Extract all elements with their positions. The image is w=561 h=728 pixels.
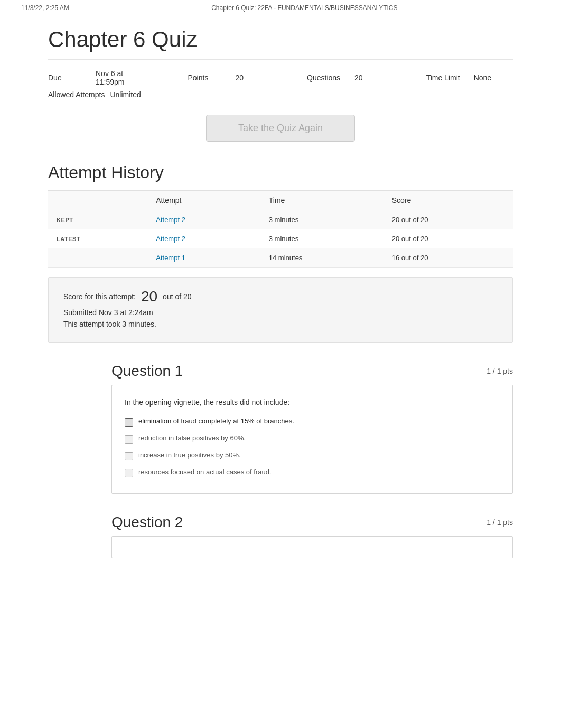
- question-block-2: Question 2 1 / 1 pts: [111, 509, 513, 558]
- question-pts: 1 / 1 pts: [487, 518, 513, 527]
- questions-label: Questions: [307, 73, 349, 82]
- col-header-score: Score: [384, 190, 513, 210]
- answer-checkbox: [125, 418, 133, 427]
- answer-option: reduction in false positives by 60%.: [125, 434, 500, 444]
- question-pts: 1 / 1 pts: [487, 367, 513, 375]
- score-out-of: out of 20: [163, 292, 192, 301]
- col-header-attempt: Attempt: [147, 190, 260, 210]
- time-limit-label: Time Limit: [426, 73, 469, 82]
- take-quiz-section: Take the Quiz Again: [48, 99, 513, 152]
- answer-checkbox: [125, 435, 133, 444]
- question-header: Question 1 1 / 1 pts: [111, 357, 513, 385]
- col-header-time: Time: [260, 190, 384, 210]
- row-time: 3 minutes: [260, 229, 384, 248]
- answer-text: resources focused on actual cases of fra…: [138, 468, 271, 476]
- quiz-title: Chapter 6 Quiz: [48, 27, 513, 52]
- take-quiz-button[interactable]: Take the Quiz Again: [206, 115, 355, 142]
- table-row: LATEST Attempt 2 3 minutes 20 out of 20: [48, 229, 513, 248]
- question-text: In the opening vignette, the results did…: [125, 398, 500, 407]
- row-score: 20 out of 20: [384, 229, 513, 248]
- row-score: 20 out of 20: [384, 210, 513, 229]
- timestamp: 11/3/22, 2:25 AM: [21, 4, 69, 12]
- questions-value: 20: [354, 73, 363, 82]
- row-label: LATEST: [48, 229, 147, 248]
- submitted-text: Submitted Nov 3 at 2:24am: [63, 308, 153, 317]
- answer-text: reduction in false positives by 60%.: [138, 434, 246, 442]
- row-score: 16 out of 20: [384, 248, 513, 268]
- row-attempt[interactable]: Attempt 1: [147, 248, 260, 268]
- question-body: In the opening vignette, the results did…: [111, 385, 513, 494]
- due-value: Nov 6 at 11:59pm: [96, 69, 124, 86]
- score-big: 20: [141, 288, 157, 305]
- time-limit-value: None: [474, 73, 491, 82]
- quiz-meta: Due Nov 6 at 11:59pm Points 20 Questions…: [48, 69, 513, 99]
- answer-checkbox: [125, 452, 133, 460]
- points-value: 20: [235, 73, 244, 82]
- question-number: Question 2: [111, 514, 183, 531]
- answer-option: increase in true positives by 50%.: [125, 451, 500, 460]
- row-attempt[interactable]: Attempt 2: [147, 229, 260, 248]
- allowed-attempts-value: Unlimited: [110, 90, 141, 99]
- row-time: 3 minutes: [260, 210, 384, 229]
- attempt-history-table: Attempt Time Score KEPT Attempt 2 3 minu…: [48, 190, 513, 268]
- score-label: Score for this attempt:: [63, 292, 136, 301]
- allowed-attempts-label: Allowed Attempts: [48, 90, 105, 99]
- table-row: Attempt 1 14 minutes 16 out of 20: [48, 248, 513, 268]
- question-body: [111, 536, 513, 558]
- question-number: Question 1: [111, 363, 183, 380]
- attempt-history-title: Attempt History: [48, 163, 513, 182]
- answer-checkbox: [125, 469, 133, 477]
- answer-text: increase in true positives by 50%.: [138, 451, 241, 459]
- table-row: KEPT Attempt 2 3 minutes 20 out of 20: [48, 210, 513, 229]
- quiz-divider: [48, 59, 513, 60]
- answer-text: elimination of fraud completely at 15% o…: [138, 417, 294, 425]
- row-label: [48, 248, 147, 268]
- duration-text: This attempt took 3 minutes.: [63, 320, 156, 328]
- col-header-label: [48, 190, 147, 210]
- score-summary: Score for this attempt: 20 out of 20 Sub…: [48, 277, 513, 343]
- breadcrumb: Chapter 6 Quiz: 22FA - FUNDAMENTALS/BUSI…: [211, 4, 397, 12]
- question-header: Question 2 1 / 1 pts: [111, 509, 513, 536]
- question-block-1: Question 1 1 / 1 pts In the opening vign…: [111, 357, 513, 494]
- points-label: Points: [188, 73, 230, 82]
- row-attempt[interactable]: Attempt 2: [147, 210, 260, 229]
- row-time: 14 minutes: [260, 248, 384, 268]
- due-label: Due: [48, 73, 90, 82]
- answer-option: elimination of fraud completely at 15% o…: [125, 417, 500, 427]
- row-label: KEPT: [48, 210, 147, 229]
- answer-option: resources focused on actual cases of fra…: [125, 468, 500, 477]
